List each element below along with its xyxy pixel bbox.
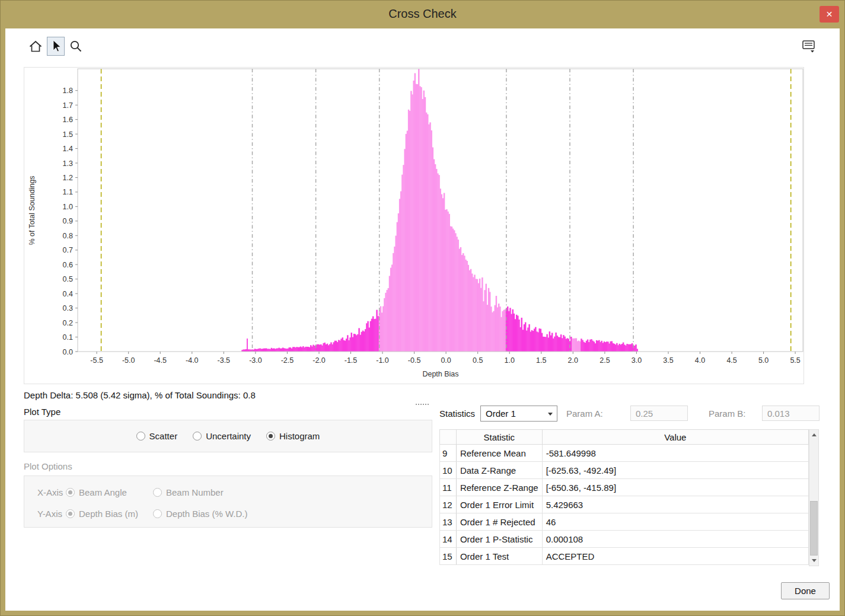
x-axis-row: X-Axis Beam Angle Beam Number <box>37 484 432 500</box>
radio-depth-bias-wd: Depth Bias (% W.D.) <box>153 509 248 519</box>
svg-text:-3.5: -3.5 <box>218 356 231 365</box>
scroll-thumb[interactable] <box>810 501 818 556</box>
order-select-value: Order 1 <box>486 408 516 419</box>
x-axis-label: X-Axis <box>37 487 66 497</box>
plot-type-group: Scatter Uncertainty Histogram <box>24 420 432 452</box>
radio-label: Beam Number <box>166 487 224 497</box>
radio-beam-angle: Beam Angle <box>66 487 153 497</box>
cursor-icon <box>49 39 62 53</box>
home-button[interactable] <box>27 37 44 55</box>
svg-text:-4.0: -4.0 <box>186 356 199 365</box>
statistic-cell: Order 1 Test <box>456 548 542 565</box>
statistic-cell: Order 1 P-Statistic <box>456 531 542 548</box>
close-icon: ✕ <box>826 9 833 19</box>
radio-label: Depth Bias (m) <box>79 509 138 519</box>
svg-text:1.8: 1.8 <box>63 87 73 95</box>
close-button[interactable]: ✕ <box>820 6 839 23</box>
search-icon <box>69 39 83 53</box>
histogram-chart-area[interactable]: -5.5-5.0-4.5-4.0-3.5-3.0-2.5-2.0-1.5-1.0… <box>24 67 804 384</box>
svg-text:0.8: 0.8 <box>63 232 73 240</box>
scroll-down-icon[interactable] <box>809 556 818 565</box>
zoom-tool-button[interactable] <box>67 37 85 55</box>
svg-text:3.5: 3.5 <box>663 356 673 365</box>
svg-text:0.5: 0.5 <box>473 356 483 365</box>
plot-type-label: Plot Type <box>24 407 60 417</box>
scroll-up-icon[interactable] <box>809 430 818 440</box>
row-number: 11 <box>440 479 457 496</box>
param-a-label: Param A: <box>566 408 603 419</box>
statistic-cell: Order 1 Error Limit <box>456 496 542 513</box>
status-line: Depth Delta: 5.508 (5.42 sigma), % of To… <box>24 390 256 400</box>
plot-options-group: X-Axis Beam Angle Beam Number Y-Axis Dep… <box>24 475 432 528</box>
value-header: Value <box>542 430 808 445</box>
plot-options-label: Plot Options <box>24 461 72 471</box>
table-row[interactable]: 10 Data Z-Range [-625.63, -492.49] <box>440 462 809 479</box>
radio-circle <box>66 509 75 518</box>
svg-text:1.4: 1.4 <box>63 145 73 153</box>
svg-text:3.0: 3.0 <box>632 356 642 365</box>
window-title: Cross Check <box>0 0 845 27</box>
home-icon <box>28 39 43 53</box>
svg-text:0.0: 0.0 <box>63 348 73 356</box>
dialog-content: -5.5-5.0-4.5-4.0-3.5-3.0-2.5-2.0-1.5-1.0… <box>5 28 840 611</box>
done-button[interactable]: Done <box>781 582 830 599</box>
order-select[interactable]: Order 1 <box>480 406 557 422</box>
radio-scatter[interactable]: Scatter <box>136 431 178 441</box>
svg-text:-1.5: -1.5 <box>345 356 358 365</box>
title-bar[interactable]: Cross Check ✕ <box>0 0 845 28</box>
table-header-row: Statistic Value <box>440 430 809 445</box>
table-row[interactable]: 15 Order 1 Test ACCEPTED <box>440 548 809 565</box>
radio-label: Beam Angle <box>79 487 127 497</box>
svg-text:1.1: 1.1 <box>63 188 73 196</box>
radio-histogram[interactable]: Histogram <box>266 431 320 441</box>
svg-text:0.5: 0.5 <box>63 275 73 283</box>
table-row[interactable]: 14 Order 1 P-Statistic 0.000108 <box>440 531 809 548</box>
svg-text:0.9: 0.9 <box>63 217 73 225</box>
radio-circle <box>66 488 75 497</box>
svg-text:0.0: 0.0 <box>441 356 451 365</box>
table-row[interactable]: 13 Order 1 # Rejected 46 <box>440 513 809 531</box>
row-number: 14 <box>440 531 457 548</box>
value-cell: 0.000108 <box>542 531 808 548</box>
svg-text:-5.5: -5.5 <box>90 356 103 365</box>
param-b-label: Param B: <box>709 408 746 419</box>
annotation-menu-button[interactable] <box>800 37 818 55</box>
histogram-plot: -5.5-5.0-4.5-4.0-3.5-3.0-2.5-2.0-1.5-1.0… <box>24 68 803 384</box>
radio-uncertainty[interactable]: Uncertainty <box>193 431 251 441</box>
annotation-icon <box>801 39 817 54</box>
y-axis-row: Y-Axis Depth Bias (m) Depth Bias (% W.D.… <box>37 506 432 521</box>
pointer-tool-button[interactable] <box>47 37 65 56</box>
table-row[interactable]: 12 Order 1 Error Limit 5.429663 <box>440 496 809 513</box>
radio-beam-number: Beam Number <box>153 487 224 497</box>
table-row[interactable]: 11 Reference Z-Range [-650.36, -415.89] <box>440 479 809 496</box>
svg-text:1.5: 1.5 <box>63 130 73 139</box>
radio-circle <box>153 509 162 518</box>
table-scrollbar[interactable] <box>809 429 819 566</box>
value-cell: [-625.63, -492.49] <box>542 462 808 479</box>
splitter-handle[interactable] <box>416 404 429 405</box>
value-cell: 46 <box>542 513 808 531</box>
value-cell: [-650.36, -415.89] <box>542 479 808 496</box>
row-number: 10 <box>440 462 457 479</box>
svg-text:-1.0: -1.0 <box>376 356 389 365</box>
radio-label: Depth Bias (% W.D.) <box>166 509 248 519</box>
row-number: 9 <box>440 445 457 462</box>
row-number-header <box>440 430 457 445</box>
row-number: 15 <box>440 548 457 565</box>
svg-text:0.7: 0.7 <box>63 246 73 254</box>
svg-text:-2.5: -2.5 <box>281 356 294 365</box>
svg-text:-2.0: -2.0 <box>313 356 326 365</box>
chevron-down-icon <box>548 413 553 416</box>
svg-text:-0.5: -0.5 <box>408 356 421 365</box>
statistics-label: Statistics <box>439 408 475 419</box>
svg-text:2.5: 2.5 <box>600 356 610 365</box>
value-cell: 5.429663 <box>542 496 808 513</box>
svg-text:4.5: 4.5 <box>726 356 736 365</box>
svg-text:% of Total Soundings: % of Total Soundings <box>28 175 36 245</box>
statistics-table: Statistic Value 9 Reference Mean -581.64… <box>439 429 809 565</box>
svg-text:0.6: 0.6 <box>63 261 73 269</box>
table-row[interactable]: 9 Reference Mean -581.649998 <box>440 445 809 462</box>
svg-text:1.2: 1.2 <box>63 174 73 182</box>
svg-text:-5.0: -5.0 <box>122 356 135 365</box>
svg-text:-4.5: -4.5 <box>154 356 167 365</box>
